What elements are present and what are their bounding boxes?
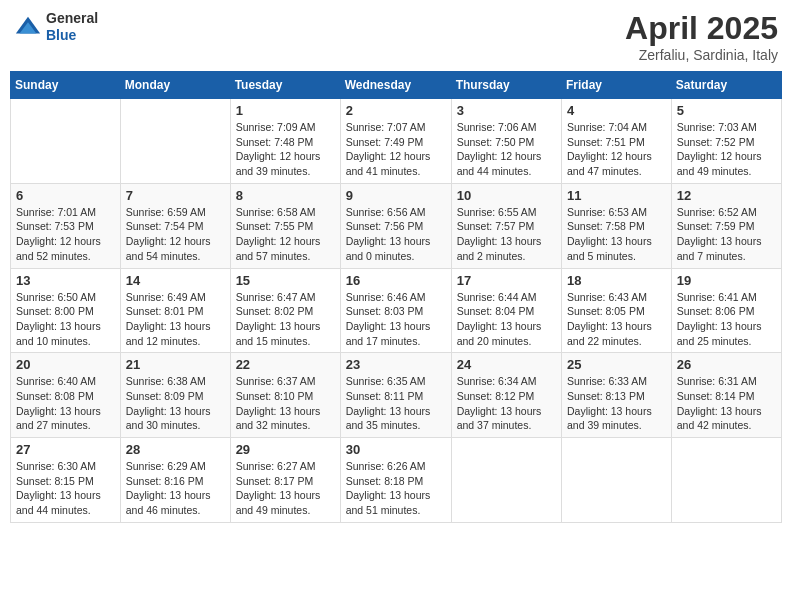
calendar-cell: 9Sunrise: 6:56 AMSunset: 7:56 PMDaylight… [340, 183, 451, 268]
day-info: Sunrise: 6:58 AMSunset: 7:55 PMDaylight:… [236, 205, 335, 264]
day-number: 24 [457, 357, 556, 372]
day-info: Sunrise: 6:55 AMSunset: 7:57 PMDaylight:… [457, 205, 556, 264]
day-number: 28 [126, 442, 225, 457]
day-info: Sunrise: 7:06 AMSunset: 7:50 PMDaylight:… [457, 120, 556, 179]
location: Zerfaliu, Sardinia, Italy [625, 47, 778, 63]
calendar-cell: 14Sunrise: 6:49 AMSunset: 8:01 PMDayligh… [120, 268, 230, 353]
day-info: Sunrise: 6:44 AMSunset: 8:04 PMDaylight:… [457, 290, 556, 349]
day-number: 2 [346, 103, 446, 118]
day-number: 26 [677, 357, 776, 372]
day-number: 20 [16, 357, 115, 372]
day-number: 25 [567, 357, 666, 372]
calendar-cell: 30Sunrise: 6:26 AMSunset: 8:18 PMDayligh… [340, 438, 451, 523]
weekday-header: Tuesday [230, 72, 340, 99]
day-info: Sunrise: 6:46 AMSunset: 8:03 PMDaylight:… [346, 290, 446, 349]
calendar-cell: 18Sunrise: 6:43 AMSunset: 8:05 PMDayligh… [562, 268, 672, 353]
weekday-header: Thursday [451, 72, 561, 99]
logo-text: General Blue [46, 10, 98, 44]
day-info: Sunrise: 6:40 AMSunset: 8:08 PMDaylight:… [16, 374, 115, 433]
day-info: Sunrise: 7:01 AMSunset: 7:53 PMDaylight:… [16, 205, 115, 264]
calendar-cell: 12Sunrise: 6:52 AMSunset: 7:59 PMDayligh… [671, 183, 781, 268]
day-info: Sunrise: 6:33 AMSunset: 8:13 PMDaylight:… [567, 374, 666, 433]
calendar-cell: 11Sunrise: 6:53 AMSunset: 7:58 PMDayligh… [562, 183, 672, 268]
calendar-cell: 23Sunrise: 6:35 AMSunset: 8:11 PMDayligh… [340, 353, 451, 438]
weekday-header: Monday [120, 72, 230, 99]
day-info: Sunrise: 7:03 AMSunset: 7:52 PMDaylight:… [677, 120, 776, 179]
day-number: 12 [677, 188, 776, 203]
weekday-header: Friday [562, 72, 672, 99]
day-number: 27 [16, 442, 115, 457]
title-section: April 2025 Zerfaliu, Sardinia, Italy [625, 10, 778, 63]
day-info: Sunrise: 6:35 AMSunset: 8:11 PMDaylight:… [346, 374, 446, 433]
day-number: 14 [126, 273, 225, 288]
calendar-cell: 21Sunrise: 6:38 AMSunset: 8:09 PMDayligh… [120, 353, 230, 438]
calendar-cell: 7Sunrise: 6:59 AMSunset: 7:54 PMDaylight… [120, 183, 230, 268]
day-info: Sunrise: 6:29 AMSunset: 8:16 PMDaylight:… [126, 459, 225, 518]
calendar-cell [120, 99, 230, 184]
weekday-header: Saturday [671, 72, 781, 99]
calendar-cell: 20Sunrise: 6:40 AMSunset: 8:08 PMDayligh… [11, 353, 121, 438]
day-number: 6 [16, 188, 115, 203]
day-info: Sunrise: 7:07 AMSunset: 7:49 PMDaylight:… [346, 120, 446, 179]
day-number: 10 [457, 188, 556, 203]
day-info: Sunrise: 6:53 AMSunset: 7:58 PMDaylight:… [567, 205, 666, 264]
logo-general-text: General [46, 10, 98, 27]
calendar-cell: 24Sunrise: 6:34 AMSunset: 8:12 PMDayligh… [451, 353, 561, 438]
day-number: 29 [236, 442, 335, 457]
day-number: 8 [236, 188, 335, 203]
day-info: Sunrise: 6:43 AMSunset: 8:05 PMDaylight:… [567, 290, 666, 349]
day-info: Sunrise: 6:59 AMSunset: 7:54 PMDaylight:… [126, 205, 225, 264]
day-info: Sunrise: 6:50 AMSunset: 8:00 PMDaylight:… [16, 290, 115, 349]
calendar-week-row: 27Sunrise: 6:30 AMSunset: 8:15 PMDayligh… [11, 438, 782, 523]
day-number: 4 [567, 103, 666, 118]
calendar-body: 1Sunrise: 7:09 AMSunset: 7:48 PMDaylight… [11, 99, 782, 523]
day-info: Sunrise: 6:27 AMSunset: 8:17 PMDaylight:… [236, 459, 335, 518]
day-info: Sunrise: 6:49 AMSunset: 8:01 PMDaylight:… [126, 290, 225, 349]
calendar-cell: 28Sunrise: 6:29 AMSunset: 8:16 PMDayligh… [120, 438, 230, 523]
day-number: 7 [126, 188, 225, 203]
calendar-cell: 5Sunrise: 7:03 AMSunset: 7:52 PMDaylight… [671, 99, 781, 184]
calendar-cell: 13Sunrise: 6:50 AMSunset: 8:00 PMDayligh… [11, 268, 121, 353]
calendar-week-row: 1Sunrise: 7:09 AMSunset: 7:48 PMDaylight… [11, 99, 782, 184]
calendar-header: SundayMondayTuesdayWednesdayThursdayFrid… [11, 72, 782, 99]
month-title: April 2025 [625, 10, 778, 47]
calendar-cell: 16Sunrise: 6:46 AMSunset: 8:03 PMDayligh… [340, 268, 451, 353]
calendar-cell [451, 438, 561, 523]
weekday-header: Sunday [11, 72, 121, 99]
calendar-cell: 29Sunrise: 6:27 AMSunset: 8:17 PMDayligh… [230, 438, 340, 523]
day-number: 22 [236, 357, 335, 372]
logo: General Blue [14, 10, 98, 44]
day-info: Sunrise: 6:37 AMSunset: 8:10 PMDaylight:… [236, 374, 335, 433]
day-number: 21 [126, 357, 225, 372]
calendar-cell: 2Sunrise: 7:07 AMSunset: 7:49 PMDaylight… [340, 99, 451, 184]
day-number: 30 [346, 442, 446, 457]
day-info: Sunrise: 6:52 AMSunset: 7:59 PMDaylight:… [677, 205, 776, 264]
day-info: Sunrise: 7:04 AMSunset: 7:51 PMDaylight:… [567, 120, 666, 179]
day-number: 1 [236, 103, 335, 118]
calendar-cell [11, 99, 121, 184]
day-number: 15 [236, 273, 335, 288]
calendar-cell: 22Sunrise: 6:37 AMSunset: 8:10 PMDayligh… [230, 353, 340, 438]
calendar-cell: 3Sunrise: 7:06 AMSunset: 7:50 PMDaylight… [451, 99, 561, 184]
calendar-cell: 10Sunrise: 6:55 AMSunset: 7:57 PMDayligh… [451, 183, 561, 268]
day-info: Sunrise: 6:30 AMSunset: 8:15 PMDaylight:… [16, 459, 115, 518]
day-info: Sunrise: 6:26 AMSunset: 8:18 PMDaylight:… [346, 459, 446, 518]
day-info: Sunrise: 6:38 AMSunset: 8:09 PMDaylight:… [126, 374, 225, 433]
logo-icon [14, 13, 42, 41]
day-info: Sunrise: 7:09 AMSunset: 7:48 PMDaylight:… [236, 120, 335, 179]
page-header: General Blue April 2025 Zerfaliu, Sardin… [10, 10, 782, 63]
calendar-cell: 19Sunrise: 6:41 AMSunset: 8:06 PMDayligh… [671, 268, 781, 353]
logo-blue-text: Blue [46, 27, 98, 44]
calendar-cell: 6Sunrise: 7:01 AMSunset: 7:53 PMDaylight… [11, 183, 121, 268]
day-number: 23 [346, 357, 446, 372]
calendar-cell: 8Sunrise: 6:58 AMSunset: 7:55 PMDaylight… [230, 183, 340, 268]
day-info: Sunrise: 6:47 AMSunset: 8:02 PMDaylight:… [236, 290, 335, 349]
calendar-week-row: 13Sunrise: 6:50 AMSunset: 8:00 PMDayligh… [11, 268, 782, 353]
weekday-header: Wednesday [340, 72, 451, 99]
calendar-cell: 25Sunrise: 6:33 AMSunset: 8:13 PMDayligh… [562, 353, 672, 438]
weekday-row: SundayMondayTuesdayWednesdayThursdayFrid… [11, 72, 782, 99]
day-info: Sunrise: 6:56 AMSunset: 7:56 PMDaylight:… [346, 205, 446, 264]
day-info: Sunrise: 6:34 AMSunset: 8:12 PMDaylight:… [457, 374, 556, 433]
calendar-cell: 27Sunrise: 6:30 AMSunset: 8:15 PMDayligh… [11, 438, 121, 523]
calendar-cell: 17Sunrise: 6:44 AMSunset: 8:04 PMDayligh… [451, 268, 561, 353]
